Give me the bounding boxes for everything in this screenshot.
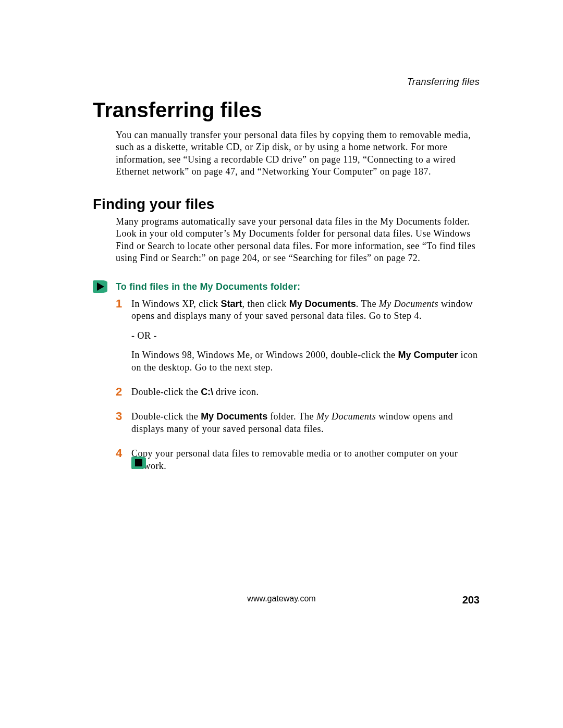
step-body: In Windows XP, click Start, then click M… [131, 298, 481, 381]
ui-label-my-computer: My Computer [398, 350, 458, 360]
text: In Windows XP, click [131, 299, 221, 309]
step-number: 2 [116, 386, 131, 405]
step-3: 3 Double-click the My Documents folder. … [116, 411, 481, 442]
text: In Windows 98, Windows Me, or Windows 20… [131, 350, 398, 360]
page: Transferring files Transferring files Yo… [0, 0, 563, 728]
step-body: Double-click the My Documents folder. Th… [131, 411, 481, 442]
ui-label-start: Start [221, 299, 242, 309]
ui-label-c-drive: C:\ [201, 387, 213, 397]
step-number: 3 [116, 411, 131, 442]
window-name: My Documents [316, 411, 376, 422]
step-list: 1 In Windows XP, click Start, then click… [116, 298, 481, 485]
step-2: 2 Double-click the C:\ drive icon. [116, 386, 481, 405]
page-footer: www.gateway.com 203 [83, 594, 480, 610]
stop-icon [131, 456, 146, 470]
running-header: Transferring files [407, 77, 480, 88]
ui-label-my-documents: My Documents [289, 299, 356, 309]
text: drive icon. [213, 387, 259, 397]
or-separator: - OR - [131, 330, 481, 342]
text: , then click [242, 299, 289, 309]
step-1: 1 In Windows XP, click Start, then click… [116, 298, 481, 381]
text: Double-click the [131, 411, 201, 422]
procedure-heading: To find files in the My Documents folder… [116, 281, 300, 292]
text: Copy your personal data files to removab… [131, 448, 481, 472]
section-heading: Finding your files [93, 196, 214, 213]
step-body: Copy your personal data files to removab… [131, 448, 481, 479]
section-paragraph: Many programs automatically save your pe… [116, 216, 481, 265]
text: . The [356, 299, 379, 309]
step-number: 1 [116, 298, 131, 381]
ui-label-my-documents: My Documents [201, 411, 267, 422]
play-icon [93, 280, 107, 293]
step-4: 4 Copy your personal data files to remov… [116, 448, 481, 479]
footer-url: www.gateway.com [247, 594, 315, 603]
step-body: Double-click the C:\ drive icon. [131, 386, 259, 405]
text: folder. The [267, 411, 316, 422]
svg-rect-5 [135, 459, 142, 466]
window-name: My Documents [379, 299, 438, 309]
page-title: Transferring files [93, 98, 262, 122]
intro-paragraph: You can manually transfer your personal … [116, 129, 481, 178]
text: Double-click the [131, 387, 201, 397]
page-number: 203 [462, 594, 480, 606]
step-number: 4 [116, 448, 131, 479]
